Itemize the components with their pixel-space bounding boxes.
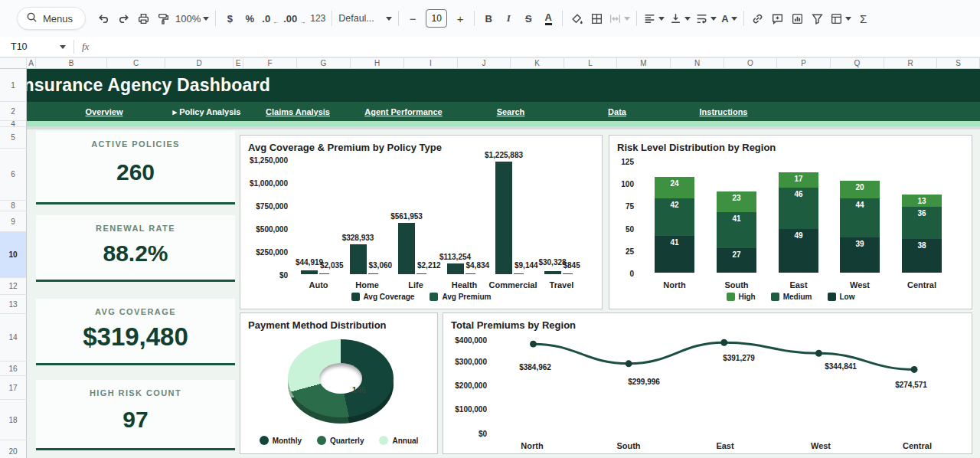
- divider: [215, 11, 216, 26]
- row-header-8[interactable]: 8: [0, 201, 27, 211]
- row-header-4[interactable]: 4: [0, 121, 27, 127]
- text-color-button[interactable]: A: [538, 8, 558, 29]
- nav-link-instructions[interactable]: Instructions: [700, 107, 748, 116]
- column-header-R[interactable]: R: [884, 57, 937, 69]
- decrease-decimal-button[interactable]: .0←: [260, 8, 281, 29]
- name-box[interactable]: T10: [11, 41, 66, 52]
- print-button[interactable]: [133, 8, 153, 29]
- row-header-10[interactable]: 10: [0, 232, 27, 278]
- column-header-D[interactable]: D: [165, 57, 234, 69]
- italic-button[interactable]: I: [498, 8, 518, 29]
- column-header-H[interactable]: H: [351, 57, 404, 69]
- chart-total-premiums[interactable]: Total Premiums by Region $0$100,000$200,…: [443, 312, 972, 454]
- kpi-active-policies[interactable]: ACTIVE POLICIES 260: [36, 131, 235, 204]
- segment-value: 41: [655, 238, 694, 247]
- select-all-corner[interactable]: [0, 57, 27, 69]
- menus-button[interactable]: Menus: [17, 7, 86, 30]
- merge-cells-button[interactable]: [606, 8, 632, 29]
- chart-risk-distribution[interactable]: Risk Level Distribution by Region 025507…: [609, 135, 972, 309]
- row-header-20[interactable]: 20: [0, 440, 27, 458]
- text-wrap-button[interactable]: [693, 8, 719, 29]
- chart-payment-method[interactable]: Payment Method Distribution 233121146Mon…: [240, 312, 438, 454]
- row-header-17[interactable]: 17: [0, 376, 27, 400]
- nav-link-overview[interactable]: Overview: [86, 107, 123, 116]
- category-label: North: [521, 441, 543, 450]
- zoom-select[interactable]: 100%: [173, 8, 211, 29]
- row-header-6[interactable]: 6: [0, 149, 27, 201]
- horizontal-align-button[interactable]: [641, 8, 667, 29]
- legend-label: High: [739, 293, 756, 301]
- bar-avg-premium: [416, 273, 426, 274]
- row-header-1[interactable]: 1: [0, 69, 27, 102]
- row-header-13[interactable]: 13: [0, 295, 27, 314]
- functions-button[interactable]: Σ: [854, 8, 874, 29]
- column-header-G[interactable]: G: [297, 57, 351, 69]
- legend-item: Monthly: [260, 436, 302, 445]
- row-header-14[interactable]: 14: [0, 314, 27, 361]
- y-axis-label: 125: [614, 158, 634, 166]
- bar-label-coverage: $561,953: [390, 212, 423, 221]
- category-label: East: [716, 441, 733, 450]
- row-header-5[interactable]: 5: [0, 127, 27, 149]
- column-header-K[interactable]: K: [511, 57, 564, 69]
- font-size-input[interactable]: 10: [426, 9, 447, 28]
- column-header-L[interactable]: L: [564, 57, 617, 69]
- row-header-12[interactable]: 12: [0, 278, 27, 295]
- column-header-E[interactable]: E: [234, 57, 243, 69]
- paint-format-button[interactable]: [153, 8, 173, 29]
- create-filter-button[interactable]: [808, 8, 828, 29]
- kpi-avg-coverage[interactable]: AVG COVERAGE $319,480: [36, 299, 235, 365]
- kpi-renewal-rate[interactable]: RENEWAL RATE 88.2%: [36, 215, 235, 282]
- vertical-align-button[interactable]: [667, 8, 693, 29]
- column-header-O[interactable]: O: [724, 57, 777, 69]
- column-header-Q[interactable]: Q: [831, 57, 884, 69]
- nav-link-search[interactable]: Search: [497, 107, 525, 116]
- chart-coverage-premium[interactable]: Avg Coverage & Premium by Policy Type $0…: [240, 135, 603, 309]
- divider: [636, 11, 637, 26]
- column-header-F[interactable]: F: [243, 57, 297, 69]
- category-label: North: [663, 280, 685, 290]
- insert-chart-button[interactable]: [788, 8, 808, 29]
- bar-label-premium: $845: [564, 261, 580, 270]
- redo-button[interactable]: [113, 8, 133, 29]
- y-axis-label: $750,000: [245, 202, 288, 211]
- increase-font-size-button[interactable]: +: [450, 8, 470, 29]
- format-currency-button[interactable]: $: [220, 8, 240, 29]
- column-header-I[interactable]: I: [404, 57, 458, 69]
- row-header-2[interactable]: 2: [0, 102, 27, 121]
- number-format-button[interactable]: 123: [308, 8, 328, 29]
- nav-link-claims-analysis[interactable]: Claims Analysis: [266, 107, 330, 116]
- nav-link-data[interactable]: Data: [608, 107, 626, 116]
- kpi-high-risk-count[interactable]: HIGH RISK COUNT 97: [36, 380, 235, 450]
- row-header-9[interactable]: 9: [0, 211, 27, 232]
- table-views-button[interactable]: [828, 8, 854, 29]
- column-header-J[interactable]: J: [458, 57, 511, 69]
- column-header-C[interactable]: C: [107, 57, 165, 69]
- column-header-B[interactable]: B: [36, 57, 107, 69]
- column-header-N[interactable]: N: [671, 57, 724, 69]
- column-header-A[interactable]: A: [27, 57, 36, 69]
- category-label: West: [811, 441, 831, 450]
- column-header-S[interactable]: S: [937, 57, 980, 69]
- format-percent-button[interactable]: %: [240, 8, 260, 29]
- strikethrough-button[interactable]: S: [518, 8, 538, 29]
- fill-color-button[interactable]: [567, 8, 586, 29]
- text-rotation-button[interactable]: A: [719, 8, 739, 29]
- row-header-16[interactable]: 16: [0, 361, 27, 376]
- row-header-18[interactable]: 18: [0, 400, 27, 440]
- nav-link-policy-analysis[interactable]: ▸ Policy Analysis: [173, 106, 241, 116]
- borders-button[interactable]: [586, 8, 606, 29]
- column-header-M[interactable]: M: [617, 57, 671, 69]
- column-header-P[interactable]: P: [777, 57, 831, 69]
- decrease-font-size-button[interactable]: −: [403, 8, 423, 29]
- insert-link-button[interactable]: [748, 8, 768, 29]
- bold-button[interactable]: B: [479, 8, 498, 29]
- increase-decimal-button[interactable]: .00→: [281, 8, 308, 29]
- bar-label-premium: $3,060: [369, 261, 393, 270]
- insert-comment-button[interactable]: [768, 8, 788, 29]
- undo-button[interactable]: [93, 8, 113, 29]
- chevron-down-icon: [658, 17, 665, 24]
- dashboard-banner[interactable]: Insurance Agency Dashboard: [27, 69, 980, 102]
- nav-link-agent-performance[interactable]: Agent Performance: [364, 107, 442, 116]
- font-select[interactable]: Defaul...: [336, 8, 394, 29]
